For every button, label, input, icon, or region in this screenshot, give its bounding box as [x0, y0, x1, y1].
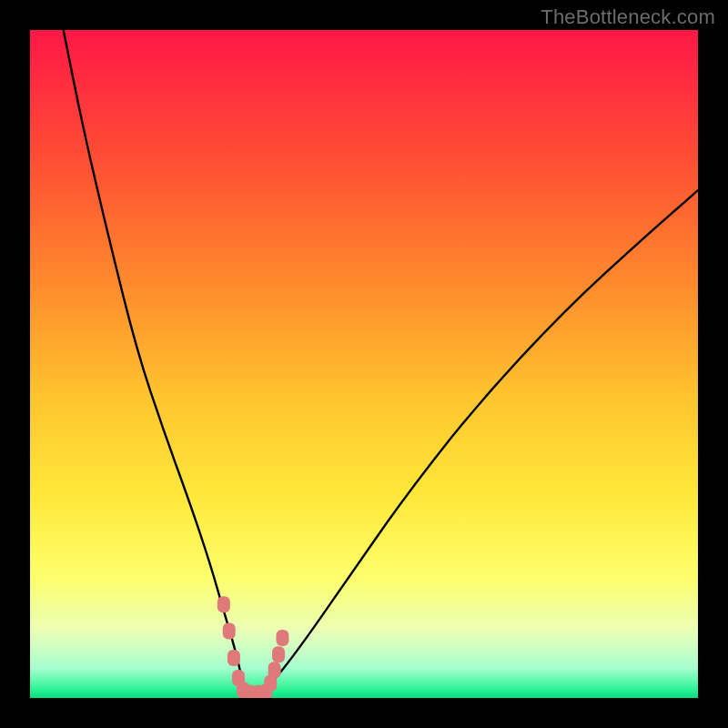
marker-layer: [30, 30, 698, 698]
highlight-marker: [276, 630, 288, 646]
watermark-text: TheBottleneck.com: [541, 5, 715, 29]
highlight-marker: [272, 646, 285, 662]
highlight-marker: [268, 662, 281, 678]
chart-container: TheBottleneck.com: [0, 0, 728, 728]
highlight-marker: [217, 596, 230, 612]
highlight-marker: [223, 623, 236, 640]
highlight-marker: [228, 650, 240, 666]
plot-area: [30, 30, 698, 698]
highlight-markers: [217, 596, 289, 698]
